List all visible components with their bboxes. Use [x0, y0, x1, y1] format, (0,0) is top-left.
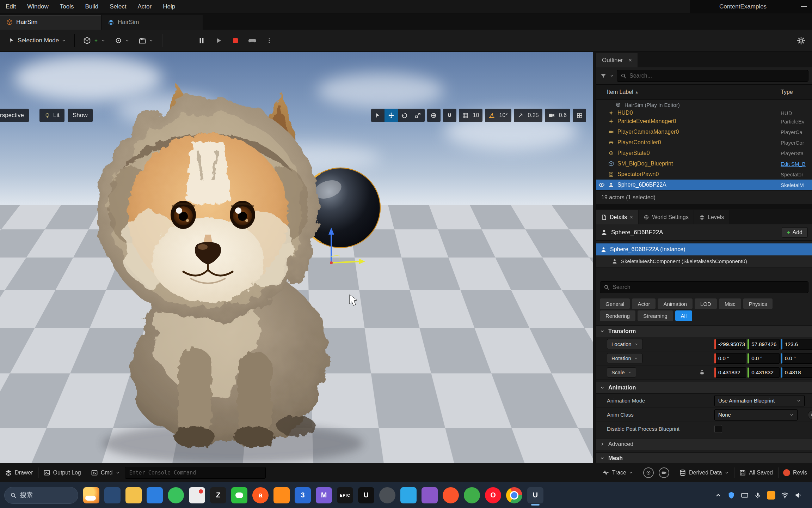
perspective-button[interactable]: rspective — [0, 109, 29, 122]
location-x-field[interactable]: -299.95073 — [714, 339, 746, 350]
location-dropdown[interactable]: Location — [607, 339, 643, 349]
cmd-dropdown[interactable]: Cmd — [86, 463, 125, 482]
details-search[interactable] — [600, 281, 808, 293]
outliner-row-spectatorpawn[interactable]: SpectatorPawn0 Spectator — [596, 169, 812, 180]
outliner-row-smbigdog-blueprint[interactable]: SM_BigDog_Blueprint Edit SM_B — [596, 158, 812, 169]
location-y-field[interactable]: 57.897426 — [748, 339, 779, 350]
outliner-row-sphere-selected[interactable]: Sphere_6D6BF22A SkeletalM — [596, 180, 812, 190]
scale-snap-toggle[interactable] — [514, 109, 527, 122]
tab-hairsim-asset[interactable]: HairSim — [102, 15, 203, 30]
rotation-y-field[interactable]: 0.0 ° — [748, 353, 779, 364]
trace-button[interactable]: Trace — [597, 463, 638, 482]
taskbar-icon-task-view[interactable] — [104, 487, 121, 503]
location-z-field[interactable]: 123.6 — [781, 339, 812, 350]
filter-chip-all[interactable]: All — [675, 310, 693, 321]
panel-splitter[interactable] — [596, 204, 812, 209]
tab-details[interactable]: Details × — [596, 210, 638, 224]
rotation-snap-toggle[interactable] — [485, 109, 498, 122]
outliner-search[interactable] — [617, 70, 808, 82]
scale-snap-value[interactable]: 0.25 — [527, 112, 542, 119]
tab-levels[interactable]: Levels — [694, 210, 729, 224]
browse-asset-button[interactable] — [808, 410, 812, 420]
taskbar-icon-green-ring[interactable] — [168, 487, 184, 503]
world-local-toggle[interactable] — [427, 109, 441, 122]
taskbar-icon-green-dot[interactable] — [464, 487, 480, 503]
visibility-eye-icon[interactable] — [598, 182, 605, 188]
filter-chip-misc[interactable]: Misc — [719, 298, 741, 309]
taskbar-icon-file-explorer[interactable] — [125, 487, 142, 503]
filter-chip-physics[interactable]: Physics — [743, 298, 773, 309]
rotation-snap-value[interactable]: 10° — [498, 112, 511, 119]
scale-z-field[interactable]: 0.4318 — [781, 367, 812, 378]
outliner-column-header[interactable]: Item Label ▲ Type — [596, 84, 812, 100]
taskbar-icon-chrome[interactable] — [506, 487, 522, 503]
capture-button[interactable] — [659, 463, 674, 482]
maximize-viewport-button[interactable] — [573, 109, 586, 122]
taskbar-icon-pinned-badge[interactable] — [189, 487, 205, 503]
tab-outliner[interactable]: Outliner × — [596, 53, 638, 67]
menu-help[interactable]: Help — [157, 0, 181, 13]
frame-skip-button[interactable] — [211, 33, 226, 48]
grid-snap-toggle[interactable] — [459, 109, 472, 122]
details-search-input[interactable] — [613, 284, 805, 290]
taskbar-icon-opera[interactable]: O — [485, 487, 501, 503]
taskbar-icon-blue-3[interactable]: 3 — [295, 487, 311, 503]
all-saved-button[interactable]: All Saved — [734, 463, 778, 482]
taskbar-icon-vscode[interactable] — [400, 487, 417, 503]
content-drawer-button[interactable]: Drawer — [0, 463, 38, 482]
menu-actor[interactable]: Actor — [132, 0, 158, 13]
outliner-row-playercameramanager[interactable]: PlayerCameraManager0 PlayerCa — [596, 127, 812, 137]
taskbar-icon-wechat[interactable] — [231, 487, 247, 503]
animation-mode-dropdown[interactable]: Use Animation Blueprint — [714, 395, 805, 406]
dog-character[interactable] — [97, 84, 328, 448]
camera-speed-button[interactable] — [545, 109, 558, 122]
cinematics-dropdown[interactable] — [135, 34, 157, 47]
taskbar-icon-unreal[interactable]: U — [358, 487, 374, 503]
screenshot-target-button[interactable] — [638, 463, 659, 482]
scale-tool-button[interactable] — [411, 109, 425, 122]
outliner-row-playerstate[interactable]: PlayerState0 PlayerSta — [596, 148, 812, 158]
revision-control-button[interactable]: Revis — [778, 463, 812, 482]
scale-y-field[interactable]: 0.431832 — [748, 367, 779, 378]
level-viewport[interactable]: rspective Lit Show 10 — [0, 52, 593, 463]
tray-volume-icon[interactable] — [794, 491, 802, 499]
taskbar-icon-unity[interactable] — [379, 487, 395, 503]
tray-wifi-icon[interactable] — [781, 491, 789, 499]
close-icon[interactable]: × — [629, 57, 632, 64]
component-row[interactable]: SkeletalMeshComponent (SkeletalMeshCompo… — [596, 255, 812, 267]
section-mesh[interactable]: Mesh — [596, 452, 812, 463]
menu-tools[interactable]: Tools — [54, 0, 80, 13]
rotation-z-field[interactable]: 0.0 ° — [781, 353, 812, 364]
minimize-button[interactable] — [796, 0, 812, 13]
taskbar-icon-taobao[interactable]: a — [252, 487, 269, 503]
outliner-row-world[interactable]: HairSim (Play In Editor) — [596, 100, 812, 110]
outliner-row-hud[interactable]: HUD0 HUD — [596, 110, 812, 116]
menu-build[interactable]: Build — [79, 0, 104, 13]
camera-speed-value[interactable]: 0.6 — [558, 112, 570, 119]
pause-button[interactable] — [194, 33, 209, 48]
taskbar-icon-z-app[interactable]: Z — [210, 487, 226, 503]
taskbar-search[interactable] — [4, 487, 78, 504]
filter-chip-actor[interactable]: Actor — [632, 298, 656, 309]
section-advanced[interactable]: Advanced — [596, 438, 812, 450]
tray-orange-app-icon[interactable] — [767, 491, 775, 500]
instance-row[interactable]: Sphere_6D6BF22A (Instance) — [596, 243, 812, 255]
taskbar-icon-visual-studio[interactable] — [422, 487, 438, 503]
menu-edit[interactable]: Edit — [0, 0, 21, 13]
add-actor-button[interactable] — [80, 34, 109, 47]
rotate-tool-button[interactable] — [398, 109, 411, 122]
outliner-row-particleeventmanager[interactable]: ParticleEventManager0 ParticleEv — [596, 116, 812, 127]
taskbar-icon-purple-m[interactable]: M — [316, 487, 332, 503]
menu-window[interactable]: Window — [21, 0, 54, 13]
tab-hairsim-level[interactable]: HairSim — [0, 15, 102, 30]
tray-mic-icon[interactable] — [754, 492, 761, 499]
close-icon[interactable]: × — [630, 214, 633, 220]
settings-button[interactable] — [796, 36, 806, 45]
tray-keyboard-icon[interactable] — [741, 491, 749, 499]
outliner-row-playercontroller[interactable]: PlayerController0 PlayerCor — [596, 137, 812, 148]
select-tool-button[interactable] — [371, 109, 385, 122]
surface-snap-button[interactable] — [443, 109, 456, 122]
disable-post-process-checkbox[interactable] — [714, 425, 722, 433]
lock-icon[interactable] — [699, 370, 705, 375]
scale-x-field[interactable]: 0.431832 — [714, 367, 746, 378]
